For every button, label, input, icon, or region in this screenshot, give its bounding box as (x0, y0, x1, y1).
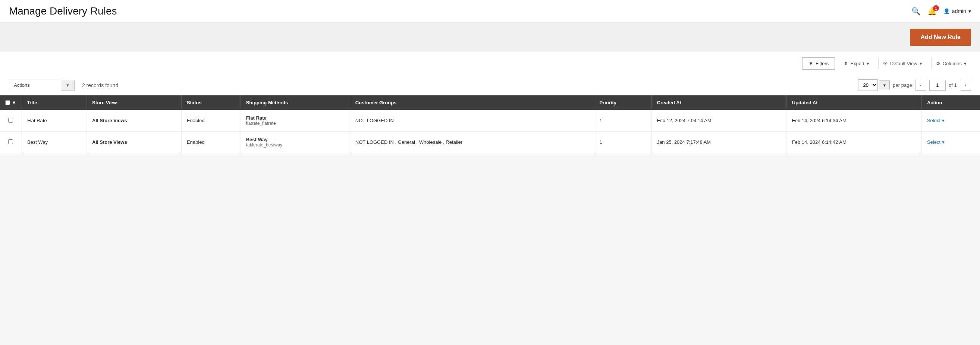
per-page-dropdown-arrow-icon[interactable]: ▼ (879, 81, 890, 90)
pagination: 20 ▼ per page ‹ of 1 › (858, 79, 971, 91)
row-created-at: Feb 12, 2024 7:04:14 AM (651, 110, 786, 131)
user-name: admin (952, 8, 966, 14)
next-page-button[interactable]: › (960, 80, 971, 90)
row-store-view: All Store Views (87, 110, 181, 131)
row-priority: 1 (594, 110, 651, 131)
th-shipping-methods: Shipping Methods (240, 95, 350, 110)
filter-icon: ▼ (808, 61, 813, 66)
row-checkbox-cell (0, 110, 22, 131)
page-title: Manage Delivery Rules (9, 5, 117, 17)
row-title: Best Way (22, 131, 86, 153)
row-updated-at: Feb 14, 2024 6:14:42 AM (786, 131, 921, 153)
export-icon: ⬆ (844, 61, 848, 66)
row-status: Enabled (181, 110, 240, 131)
row-select-label: Select (927, 139, 940, 145)
th-customer-groups: Customer Groups (350, 95, 594, 110)
select-all-checkbox[interactable] (5, 100, 10, 105)
export-label: Export (850, 61, 864, 66)
row-checkbox[interactable] (8, 139, 13, 144)
add-new-rule-button[interactable]: Add New Rule (910, 29, 971, 46)
row-select-link[interactable]: Select ▾ (927, 118, 975, 123)
row-action: Select ▾ (921, 131, 980, 153)
row-created-at: Jan 25, 2024 7:17:48 AM (651, 131, 786, 153)
delivery-rules-table: ▼ Title Store View Status Shipping Metho… (0, 95, 980, 153)
actions-row: Actions ▼ 2 records found 20 ▼ per page … (0, 75, 980, 95)
row-customer-groups: NOT LOGGED IN , General , Wholesale , Re… (350, 131, 594, 153)
notification-badge: 1 (933, 5, 939, 11)
actions-select-wrapper: Actions ▼ (9, 79, 75, 91)
row-select-chevron-icon: ▾ (942, 139, 945, 145)
row-select-label: Select (927, 118, 940, 123)
table-row: Flat Rate All Store Views Enabled Flat R… (0, 110, 980, 131)
table-container: ▼ Title Store View Status Shipping Metho… (0, 95, 980, 153)
prev-page-icon: ‹ (920, 82, 921, 88)
page-number-input[interactable] (929, 80, 946, 90)
row-select-chevron-icon: ▾ (942, 118, 945, 123)
th-status: Status (181, 95, 240, 110)
filters-button[interactable]: ▼ Filters (802, 57, 835, 70)
user-icon: 👤 (943, 8, 950, 14)
page-of: of 1 (949, 82, 957, 88)
top-header: Manage Delivery Rules 🔍 🔔 1 👤 admin ▾ (0, 0, 980, 23)
search-icon: 🔍 (912, 7, 921, 15)
eye-icon: 👁 (883, 61, 888, 66)
row-checkbox-cell (0, 131, 22, 153)
row-store-view: All Store Views (87, 131, 181, 153)
row-select-link[interactable]: Select ▾ (927, 139, 975, 145)
filters-label: Filters (816, 61, 829, 66)
th-priority: Priority (594, 95, 651, 110)
default-view-label: Default View (890, 61, 917, 66)
gear-icon: ⚙ (936, 61, 940, 66)
th-title: Title (22, 95, 86, 110)
records-found: 2 records found (82, 82, 118, 88)
row-priority: 1 (594, 131, 651, 153)
next-page-icon: › (965, 82, 966, 88)
th-action: Action (921, 95, 980, 110)
th-checkbox: ▼ (0, 95, 22, 110)
export-button[interactable]: ⬆ Export ▾ (839, 58, 874, 69)
columns-chevron-icon: ▾ (964, 61, 967, 66)
th-store-view: Store View (87, 95, 181, 110)
user-menu-chevron-icon: ▾ (969, 8, 971, 14)
row-updated-at: Feb 14, 2024 6:14:34 AM (786, 110, 921, 131)
row-customer-groups: NOT LOGGED IN (350, 110, 594, 131)
row-shipping-methods: Best Way tablerate_bestway (240, 131, 350, 153)
row-status: Enabled (181, 131, 240, 153)
user-menu-button[interactable]: 👤 admin ▾ (943, 8, 971, 14)
filters-bar: ▼ Filters ⬆ Export ▾ 👁 Default View ▾ ⚙ … (0, 52, 980, 75)
row-shipping-methods: Flat Rate flatrate_flatrate (240, 110, 350, 131)
columns-label: Columns (943, 61, 962, 66)
prev-page-button[interactable]: ‹ (915, 80, 926, 90)
row-action: Select ▾ (921, 110, 980, 131)
notification-button[interactable]: 🔔 1 (928, 7, 937, 16)
search-button[interactable]: 🔍 (912, 7, 921, 16)
export-chevron-icon: ▾ (867, 61, 869, 66)
actions-dropdown-arrow-icon[interactable]: ▼ (61, 80, 75, 91)
per-page-wrapper: 20 ▼ per page (858, 79, 912, 91)
default-view-chevron-icon: ▾ (920, 61, 922, 66)
per-page-select[interactable]: 20 (858, 79, 878, 91)
actions-select[interactable]: Actions (9, 79, 61, 91)
header-actions: 🔍 🔔 1 👤 admin ▾ (912, 7, 971, 16)
toolbar-bar: Add New Rule (0, 23, 980, 52)
row-title: Flat Rate (22, 110, 86, 131)
table-header-row: ▼ Title Store View Status Shipping Metho… (0, 95, 980, 110)
columns-button[interactable]: ⚙ Columns ▾ (931, 58, 971, 69)
table-row: Best Way All Store Views Enabled Best Wa… (0, 131, 980, 153)
th-created-at: Created At (651, 95, 786, 110)
th-checkbox-arrow-icon[interactable]: ▼ (11, 100, 16, 105)
th-updated-at: Updated At (786, 95, 921, 110)
row-checkbox[interactable] (8, 118, 13, 123)
per-page-label: per page (893, 82, 912, 88)
default-view-button[interactable]: 👁 Default View ▾ (878, 58, 927, 69)
